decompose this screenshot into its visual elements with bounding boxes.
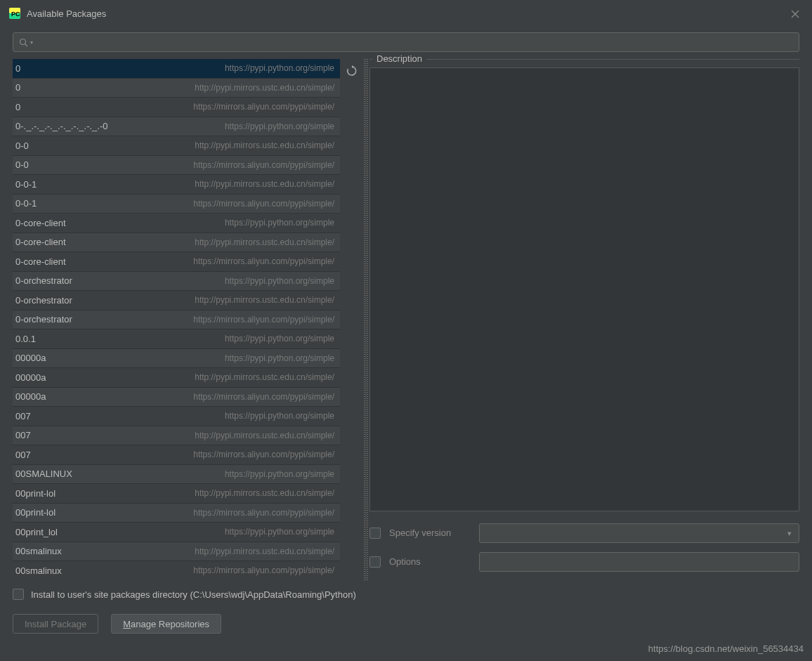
search-icon bbox=[19, 38, 28, 47]
package-row[interactable]: 007https://pypi.python.org/simple bbox=[13, 407, 340, 426]
description-box bbox=[369, 67, 799, 511]
package-name: 0-0-1 bbox=[15, 179, 37, 190]
install-to-user-checkbox[interactable] bbox=[13, 589, 24, 600]
package-name: 007 bbox=[15, 411, 31, 421]
package-source: http://pypi.mirrors.ustc.edu.cn/simple/ bbox=[195, 83, 334, 93]
package-row[interactable]: 00print-lolhttps://mirrors.aliyun.com/py… bbox=[13, 504, 340, 523]
package-row[interactable]: 0-orchestratorhttp://pypi.mirrors.ustc.e… bbox=[13, 291, 340, 310]
titlebar: PC Available Packages bbox=[0, 0, 812, 27]
package-row[interactable]: 0-core-clienthttps://pypi.python.org/sim… bbox=[13, 214, 340, 233]
package-source: https://mirrors.aliyun.com/pypi/simple/ bbox=[193, 315, 334, 325]
package-name: 00print_lol bbox=[15, 527, 58, 537]
package-name: 0-0 bbox=[15, 159, 29, 170]
specify-version-checkbox[interactable] bbox=[369, 528, 381, 539]
specify-version-label: Specify version bbox=[389, 528, 471, 538]
package-source: http://pypi.mirrors.ustc.edu.cn/simple/ bbox=[195, 372, 334, 382]
package-name: 00print-lol bbox=[15, 507, 55, 518]
package-row[interactable]: 0-0https://mirrors.aliyun.com/pypi/simpl… bbox=[13, 156, 340, 176]
install-package-button[interactable]: Install Package bbox=[13, 614, 98, 634]
package-name: 0-orchestrator bbox=[15, 275, 72, 286]
package-row[interactable]: 00smalinuxhttps://mirrors.aliyun.com/pyp… bbox=[13, 561, 340, 580]
package-source: https://pypi.python.org/simple bbox=[225, 353, 334, 363]
package-name: 00000a bbox=[15, 391, 46, 402]
package-source: https://mirrors.aliyun.com/pypi/simple/ bbox=[193, 199, 334, 209]
package-name: 0 bbox=[15, 102, 20, 112]
package-name: 0-core-client bbox=[15, 237, 66, 247]
package-row[interactable]: 0-core-clienthttp://pypi.mirrors.ustc.ed… bbox=[13, 233, 340, 253]
package-name: 0-0-1 bbox=[15, 198, 37, 209]
package-row[interactable]: 00print_lolhttps://pypi.python.org/simpl… bbox=[13, 523, 340, 542]
package-row[interactable]: 0-orchestratorhttps://mirrors.aliyun.com… bbox=[13, 310, 340, 330]
package-row[interactable]: 0-orchestratorhttps://pypi.python.org/si… bbox=[13, 272, 340, 292]
svg-text:PC: PC bbox=[11, 11, 20, 18]
package-list[interactable]: 0https://pypi.python.org/simple0http://p… bbox=[13, 59, 340, 580]
package-row[interactable]: 00print-lolhttp://pypi.mirrors.ustc.edu.… bbox=[13, 484, 340, 504]
package-source: http://pypi.mirrors.ustc.edu.cn/simple/ bbox=[195, 179, 334, 189]
package-row[interactable]: 0https://mirrors.aliyun.com/pypi/simple/ bbox=[13, 98, 340, 117]
package-name: 0-._.-._.-._.-._.-._.-._.-0 bbox=[15, 121, 108, 131]
package-source: https://mirrors.aliyun.com/pypi/simple/ bbox=[193, 392, 334, 402]
package-row[interactable]: 0-._.-._.-._.-._.-._.-._.-0https://pypi.… bbox=[13, 117, 340, 137]
options-input[interactable] bbox=[479, 552, 799, 572]
package-row[interactable]: 00smalinuxhttp://pypi.mirrors.ustc.edu.c… bbox=[13, 542, 340, 562]
package-source: https://pypi.python.org/simple bbox=[225, 218, 334, 228]
package-source: https://pypi.python.org/simple bbox=[225, 411, 334, 421]
package-row[interactable]: 007https://mirrors.aliyun.com/pypi/simpl… bbox=[13, 445, 340, 465]
package-source: https://pypi.python.org/simple bbox=[225, 469, 334, 479]
package-row[interactable]: 007http://pypi.mirrors.ustc.edu.cn/simpl… bbox=[13, 426, 340, 446]
package-name: 00print-lol bbox=[15, 488, 55, 499]
package-row[interactable]: 0.0.1https://pypi.python.org/simple bbox=[13, 329, 340, 349]
package-row[interactable]: 0http://pypi.mirrors.ustc.edu.cn/simple/ bbox=[13, 79, 340, 98]
package-name: 0-0 bbox=[15, 140, 29, 151]
close-button[interactable] bbox=[787, 6, 804, 22]
package-name: 00smalinux bbox=[15, 546, 62, 556]
package-source: https://pypi.python.org/simple bbox=[225, 276, 334, 286]
options-label: Options bbox=[389, 556, 471, 567]
package-name: 007 bbox=[15, 430, 31, 440]
manage-repositories-button[interactable]: Manage Repositories bbox=[111, 614, 221, 634]
package-row[interactable]: 0-core-clienthttps://mirrors.aliyun.com/… bbox=[13, 252, 340, 272]
package-row[interactable]: 00000ahttps://pypi.python.org/simple bbox=[13, 349, 340, 369]
package-row[interactable]: 0-0-1http://pypi.mirrors.ustc.edu.cn/sim… bbox=[13, 175, 340, 195]
package-row[interactable]: 00000ahttps://mirrors.aliyun.com/pypi/si… bbox=[13, 388, 340, 407]
package-source: http://pypi.mirrors.ustc.edu.cn/simple/ bbox=[195, 295, 334, 305]
install-to-user-label: Install to user's site packages director… bbox=[31, 589, 356, 600]
package-source: https://mirrors.aliyun.com/pypi/simple/ bbox=[193, 160, 334, 170]
package-source: https://pypi.python.org/simple bbox=[225, 122, 334, 131]
package-name: 0-core-client bbox=[15, 218, 66, 228]
package-name: 00000a bbox=[15, 372, 46, 383]
splitter[interactable] bbox=[364, 59, 368, 580]
package-name: 00smalinux bbox=[15, 565, 62, 576]
svg-line-6 bbox=[25, 44, 28, 46]
package-source: https://pypi.python.org/simple bbox=[225, 63, 334, 73]
package-row[interactable]: 0-0http://pypi.mirrors.ustc.edu.cn/simpl… bbox=[13, 136, 340, 156]
options-checkbox[interactable] bbox=[369, 556, 381, 568]
package-source: http://pypi.mirrors.ustc.edu.cn/simple/ bbox=[195, 431, 334, 440]
search-input[interactable] bbox=[36, 37, 793, 48]
package-source: https://mirrors.aliyun.com/pypi/simple/ bbox=[193, 256, 334, 266]
package-source: https://pypi.python.org/simple bbox=[225, 334, 334, 343]
package-source: http://pypi.mirrors.ustc.edu.cn/simple/ bbox=[195, 140, 334, 150]
package-source: https://mirrors.aliyun.com/pypi/simple/ bbox=[193, 102, 334, 112]
package-name: 0 bbox=[15, 82, 20, 93]
package-row[interactable]: 00000ahttp://pypi.mirrors.ustc.edu.cn/si… bbox=[13, 368, 340, 388]
package-source: https://mirrors.aliyun.com/pypi/simple/ bbox=[193, 450, 334, 459]
search-dropdown-icon[interactable]: ▾ bbox=[30, 39, 33, 46]
search-box[interactable]: ▾ bbox=[13, 32, 799, 52]
package-source: https://mirrors.aliyun.com/pypi/simple/ bbox=[193, 565, 334, 575]
pycharm-icon: PC bbox=[8, 7, 21, 20]
refresh-button[interactable] bbox=[344, 63, 360, 79]
package-name: 00SMALINUX bbox=[15, 469, 72, 479]
package-name: 0-orchestrator bbox=[15, 314, 72, 325]
package-name: 0.0.1 bbox=[15, 334, 36, 344]
package-name: 00000a bbox=[15, 353, 46, 363]
description-label: Description bbox=[372, 53, 426, 64]
package-source: https://pypi.python.org/simple bbox=[225, 527, 334, 537]
package-row[interactable]: 0https://pypi.python.org/simple bbox=[13, 59, 340, 79]
package-name: 0-orchestrator bbox=[15, 295, 72, 306]
svg-point-5 bbox=[20, 39, 26, 44]
package-row[interactable]: 0-0-1https://mirrors.aliyun.com/pypi/sim… bbox=[13, 195, 340, 214]
specify-version-select[interactable] bbox=[479, 523, 799, 543]
package-name: 0 bbox=[15, 63, 20, 74]
package-row[interactable]: 00SMALINUXhttps://pypi.python.org/simple bbox=[13, 465, 340, 485]
